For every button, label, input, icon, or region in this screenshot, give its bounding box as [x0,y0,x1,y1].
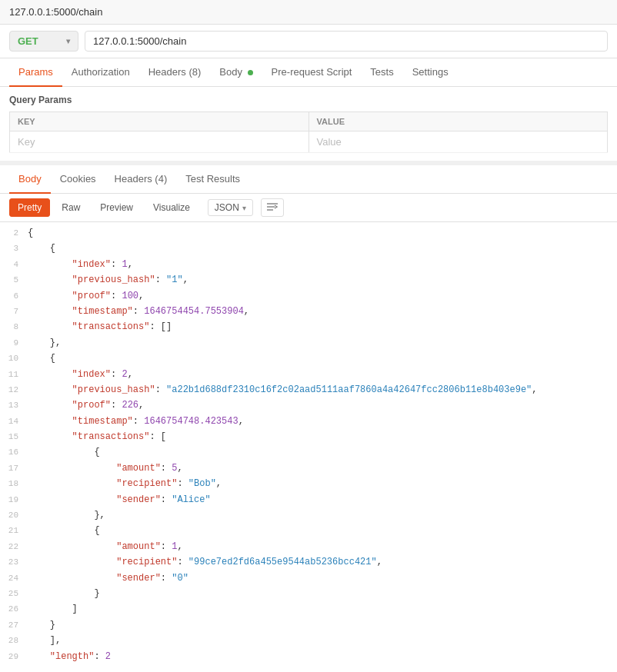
line-number: 19 [0,493,28,507]
line-number: 10 [0,351,28,366]
response-tab-testresults[interactable]: Test Results [176,165,249,194]
code-content: { [28,225,617,241]
line-number: 18 [0,477,28,491]
format-bar: Pretty Raw Preview Visualize JSON ▾ [0,194,617,222]
json-format-select[interactable]: JSON ▾ [208,199,253,216]
url-bar: GET ▾ [0,25,617,58]
code-line: 29 "length": 2 [0,649,617,664]
code-line: 4 "index": 1, [0,257,617,272]
code-line: 3 { [0,241,617,256]
code-content: "length": 2 [28,649,617,664]
body-dot-indicator [248,70,253,75]
code-line: 18 "recipient": "Bob", [0,476,617,491]
code-content: "amount": 1, [28,539,617,554]
line-number: 24 [0,571,28,586]
response-tab-headers[interactable]: Headers (4) [105,165,177,194]
response-tab-body[interactable]: Body [9,165,51,194]
code-line: 14 "timestamp": 1646754748.423543, [0,414,617,429]
page-title: 127.0.0.1:5000/chain [9,6,102,18]
code-line: 17 "amount": 5, [0,461,617,476]
code-content: "timestamp": 1646754748.423543, [28,414,617,429]
code-content: "index": 2, [28,367,617,382]
query-params-section: Query Params KEY VALUE Key Value [0,87,617,161]
format-visualize-button[interactable]: Visualize [145,198,198,217]
line-number: 3 [0,241,28,256]
tab-settings[interactable]: Settings [403,58,458,87]
code-line: 5 "previous_hash": "1", [0,272,617,288]
key-cell[interactable]: Key [10,131,309,153]
code-line: 20 }, [0,507,617,523]
code-area: 2{3 {4 "index": 1,5 "previous_hash": "1"… [0,222,617,667]
code-content: "proof": 226, [28,398,617,413]
code-content: "sender": "Alice" [28,492,617,507]
code-line: 2{ [0,225,617,241]
response-tab-cookies[interactable]: Cookies [51,165,105,194]
method-dropdown[interactable]: GET ▾ [9,31,78,52]
code-line: 11 "index": 2, [0,367,617,382]
line-number: 6 [0,289,28,304]
line-number: 29 [0,650,28,664]
code-content: { [28,351,617,366]
line-number: 2 [0,226,28,241]
code-content: "transactions": [] [28,319,617,334]
code-content: ] [28,601,617,617]
line-number: 9 [0,336,28,351]
line-number: 14 [0,414,28,429]
line-number: 12 [0,383,28,398]
line-number: 23 [0,555,28,570]
code-line: 8 "transactions": [] [0,319,617,334]
code-line: 12 "previous_hash": "a22b1d688df2310c16f… [0,382,617,398]
code-line: 22 "amount": 1, [0,539,617,554]
value-cell[interactable]: Value [308,131,608,153]
line-number: 22 [0,540,28,554]
code-content: { [28,241,617,256]
line-number: 16 [0,445,28,460]
code-content: ], [28,633,617,648]
wrap-button[interactable] [261,198,284,217]
code-line: 16 { [0,444,617,460]
code-content: }, [28,507,617,523]
code-line: 19 "sender": "Alice" [0,492,617,507]
code-content: { [28,444,617,460]
code-content: "recipient": "Bob", [28,476,617,491]
code-line: 25 } [0,586,617,601]
line-number: 20 [0,508,28,523]
line-number: 15 [0,430,28,444]
code-content: } [28,617,617,633]
code-content: } [28,586,617,601]
line-number: 5 [0,273,28,288]
tab-tests[interactable]: Tests [361,58,402,87]
code-content: "timestamp": 1646754454.7553904, [28,304,617,319]
tab-authorization[interactable]: Authorization [62,58,139,87]
code-line: 23 "recipient": "99ce7ed2fd6a455e9544ab5… [0,554,617,570]
code-content: "previous_hash": "a22b1d688df2310c16f2c0… [28,382,617,398]
code-line: 9 }, [0,335,617,351]
line-number: 27 [0,618,28,633]
code-line: 10 { [0,351,617,366]
code-line: 7 "timestamp": 1646754454.7553904, [0,304,617,319]
url-input[interactable] [85,31,608,52]
line-number: 11 [0,368,28,382]
code-content: { [28,523,617,538]
line-number: 28 [0,634,28,648]
code-line: 6 "proof": 100, [0,288,617,304]
code-content: "index": 1, [28,257,617,272]
code-content: }, [28,335,617,351]
code-line: 21 { [0,523,617,538]
line-number: 25 [0,587,28,601]
chevron-down-icon: ▾ [66,37,70,45]
tab-body[interactable]: Body [210,58,262,87]
code-line: 24 "sender": "0" [0,571,617,586]
response-tabs-bar: Body Cookies Headers (4) Test Results [0,165,617,194]
line-number: 17 [0,461,28,476]
format-raw-button[interactable]: Raw [53,198,88,217]
format-preview-button[interactable]: Preview [92,198,142,217]
tab-prerequest[interactable]: Pre-request Script [262,58,362,87]
line-number: 13 [0,398,28,413]
tab-headers[interactable]: Headers (8) [139,58,211,87]
key-col-header: KEY [10,112,309,131]
code-line: 26 ] [0,601,617,617]
title-bar: 127.0.0.1:5000/chain [0,0,617,25]
tab-params[interactable]: Params [9,58,62,87]
format-pretty-button[interactable]: Pretty [9,198,50,217]
